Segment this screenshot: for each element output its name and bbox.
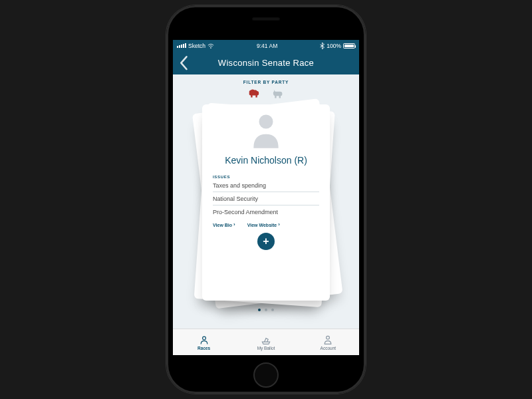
phone-speaker bbox=[252, 17, 280, 21]
races-icon bbox=[199, 334, 209, 345]
view-bio-link[interactable]: View Bio› bbox=[213, 222, 235, 227]
wifi-icon bbox=[207, 43, 214, 49]
app-screen: Sketch 9:41 AM 100% Wisconsin Senate Rac… bbox=[173, 40, 359, 355]
dot bbox=[271, 309, 274, 311]
home-button[interactable] bbox=[253, 362, 279, 388]
candidate-card-stack[interactable]: Kevin Nicholson (R) ISSUES Taxes and spe… bbox=[202, 104, 330, 301]
phone-frame: Sketch 9:41 AM 100% Wisconsin Senate Rac… bbox=[166, 5, 366, 394]
tab-bar: Races My Ballot Account bbox=[173, 329, 359, 355]
battery-icon bbox=[343, 43, 355, 49]
tab-label: My Ballot bbox=[257, 346, 275, 350]
candidate-name: Kevin Nicholson (R) bbox=[225, 155, 307, 166]
filter-label: FILTER BY PARTY bbox=[243, 80, 289, 84]
carrier-label: Sketch bbox=[188, 43, 205, 49]
issue-item: Pro-Second Amendment bbox=[213, 205, 319, 218]
party-filter bbox=[247, 88, 285, 99]
issue-item: National Security bbox=[213, 192, 319, 205]
tab-label: Account bbox=[321, 346, 336, 350]
issue-item: Taxes and spending bbox=[213, 179, 319, 192]
status-time: 9:41 AM bbox=[257, 43, 277, 49]
republican-icon[interactable] bbox=[247, 88, 261, 99]
tab-account[interactable]: Account bbox=[297, 329, 359, 355]
svg-point-0 bbox=[259, 115, 273, 129]
chevron-right-icon: › bbox=[278, 222, 280, 227]
tab-my-ballot[interactable]: My Ballot bbox=[235, 329, 297, 355]
avatar-placeholder-icon bbox=[249, 112, 283, 150]
bluetooth-icon bbox=[320, 43, 325, 49]
svg-point-1 bbox=[202, 336, 205, 340]
account-icon bbox=[323, 334, 333, 345]
ballot-icon bbox=[261, 334, 271, 345]
battery-percent: 100% bbox=[327, 43, 341, 49]
democrat-icon[interactable] bbox=[271, 88, 285, 99]
status-bar: Sketch 9:41 AM 100% bbox=[173, 40, 359, 51]
page-dots[interactable] bbox=[258, 309, 274, 311]
candidate-card: Kevin Nicholson (R) ISSUES Taxes and spe… bbox=[202, 104, 330, 301]
view-website-link[interactable]: View Website› bbox=[247, 222, 280, 227]
dot bbox=[265, 309, 267, 311]
chevron-right-icon: › bbox=[233, 222, 235, 227]
add-button[interactable]: + bbox=[257, 233, 275, 250]
tab-label: Races bbox=[198, 346, 210, 350]
svg-point-2 bbox=[327, 336, 330, 339]
signal-bars-icon bbox=[177, 43, 186, 48]
page-title: Wisconsin Senate Race bbox=[180, 58, 352, 68]
dot bbox=[258, 309, 261, 311]
nav-bar: Wisconsin Senate Race bbox=[173, 51, 359, 74]
content-area: FILTER BY PARTY bbox=[173, 74, 359, 329]
tab-races[interactable]: Races bbox=[173, 329, 235, 355]
